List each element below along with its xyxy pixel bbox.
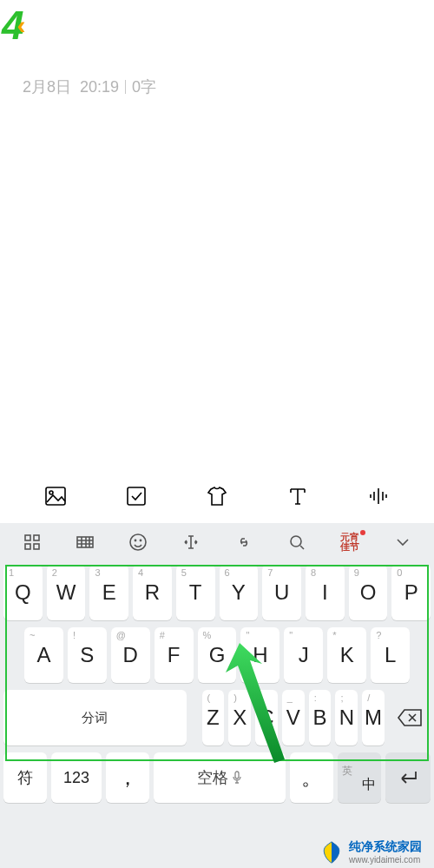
key-z[interactable]: (Z: [202, 690, 225, 745]
key-superscript: *: [332, 630, 336, 640]
key-label: N: [339, 706, 354, 730]
meta-space: [71, 78, 80, 96]
svg-rect-7: [77, 537, 93, 547]
emoji-icon: [128, 533, 148, 552]
key-b[interactable]: :B: [309, 690, 332, 745]
comma-key[interactable]: ，: [106, 752, 149, 803]
text-format-button[interactable]: [285, 483, 311, 509]
keyboard-toolbar: 元宵佳节: [0, 523, 434, 561]
kbd-link-button[interactable]: [217, 523, 270, 561]
key-a[interactable]: ~A: [24, 627, 63, 683]
key-label: M: [365, 706, 382, 730]
kbd-cursor-button[interactable]: [164, 523, 217, 561]
kbd-layout-button[interactable]: [58, 523, 111, 561]
key-superscript: 0: [397, 567, 402, 578]
key-q[interactable]: 1Q: [3, 565, 43, 620]
period-key[interactable]: 。: [290, 752, 333, 803]
keyboard-rows: 1Q2W3E4R5T6Y7U8I9O0P ~A!S@D#F%G"H"J*K?L …: [0, 561, 434, 813]
key-f[interactable]: #F: [155, 627, 194, 683]
key-y[interactable]: 6Y: [220, 565, 259, 620]
search-icon: [287, 533, 306, 552]
checklist-button[interactable]: [123, 483, 149, 509]
key-c[interactable]: -C: [255, 690, 278, 745]
backspace-key[interactable]: [389, 690, 431, 745]
space-key[interactable]: 空格: [154, 752, 286, 803]
keyboard-grid-icon: [76, 533, 95, 552]
key-label: E: [102, 580, 116, 605]
kbd-apps-button[interactable]: [5, 523, 58, 561]
key-e[interactable]: 3E: [89, 565, 128, 620]
key-h[interactable]: "H: [240, 627, 279, 683]
key-label: A: [36, 643, 50, 667]
symbols-key[interactable]: 符: [3, 752, 47, 803]
key-m[interactable]: /M: [362, 690, 385, 745]
key-row-3: 分词 (Z)X-C_V:B;N/M: [3, 690, 431, 745]
svg-point-10: [140, 540, 141, 540]
key-label: X: [233, 706, 247, 730]
key-superscript: /: [367, 692, 370, 703]
key-label: G: [209, 643, 226, 667]
key-row-2: ~A!S@D#F%G"H"J*K?L: [3, 627, 431, 683]
key-superscript: !: [73, 630, 76, 640]
hot-topic-label: 元宵佳节: [340, 533, 359, 552]
segmentation-key[interactable]: 分词: [3, 690, 187, 745]
key-n[interactable]: ;N: [335, 690, 358, 745]
language-switch-key[interactable]: 英 中: [338, 752, 381, 803]
kbd-hot-button[interactable]: 元宵佳节: [323, 523, 376, 561]
key-label: Q: [15, 580, 31, 605]
kbd-search-button[interactable]: [270, 523, 323, 561]
key-label: C: [259, 706, 273, 730]
kbd-collapse-button[interactable]: [376, 523, 429, 561]
key-g[interactable]: %G: [198, 627, 237, 683]
key-j[interactable]: "J: [284, 627, 323, 683]
text-icon: [286, 485, 309, 507]
key-row-4: 符 123 ， 空格 。 英 中: [3, 752, 431, 803]
key-r[interactable]: 4R: [133, 565, 172, 620]
key-p[interactable]: 0P: [391, 565, 431, 620]
key-k[interactable]: *K: [327, 627, 366, 683]
key-superscript: ": [289, 630, 293, 640]
key-superscript: ~: [30, 630, 35, 640]
kbd-emoji-button[interactable]: [111, 523, 164, 561]
svg-rect-4: [34, 535, 39, 540]
cursor-move-icon: [181, 533, 201, 552]
key-l[interactable]: ?L: [371, 627, 410, 683]
key-label: W: [56, 580, 76, 605]
key-v[interactable]: _V: [282, 690, 305, 745]
notification-dot-icon: [360, 530, 365, 535]
key-t[interactable]: 5T: [176, 565, 215, 620]
key-superscript: -: [260, 692, 264, 703]
image-icon: [44, 485, 67, 507]
insert-image-button[interactable]: [43, 483, 69, 509]
enter-icon: [397, 769, 419, 786]
meta-divider: [125, 80, 126, 94]
svg-rect-0: [46, 487, 65, 505]
key-u[interactable]: 7U: [262, 565, 301, 620]
svg-point-11: [291, 536, 301, 547]
key-row-3-letters: (Z)X-C_V:B;N/M: [202, 690, 385, 745]
key-o[interactable]: 9O: [349, 565, 388, 620]
key-w[interactable]: 2W: [47, 565, 86, 620]
key-superscript: (: [207, 692, 211, 703]
numbers-key[interactable]: 123: [51, 752, 102, 803]
link-icon: [234, 533, 253, 552]
key-x[interactable]: )X: [228, 690, 251, 745]
key-d[interactable]: @D: [111, 627, 150, 683]
key-s[interactable]: !S: [68, 627, 107, 683]
style-button[interactable]: [204, 483, 230, 509]
key-label: L: [385, 643, 396, 667]
key-label: F: [168, 643, 181, 667]
key-superscript: 1: [9, 567, 14, 578]
note-meta: 2月8日 20:19 0字: [23, 76, 156, 97]
voice-input-button[interactable]: [365, 483, 391, 509]
tshirt-icon: [206, 485, 228, 507]
watermark-text: 纯净系统家园 www.yidaimei.com: [349, 839, 422, 865]
key-label: J: [299, 643, 309, 667]
key-superscript: ;: [340, 692, 343, 703]
key-label: H: [253, 643, 267, 667]
svg-rect-6: [34, 544, 39, 549]
key-i[interactable]: 8I: [306, 565, 345, 620]
watermark: 纯净系统家园 www.yidaimei.com: [319, 839, 422, 865]
enter-key[interactable]: [385, 752, 431, 803]
space-label: 空格: [197, 767, 228, 788]
